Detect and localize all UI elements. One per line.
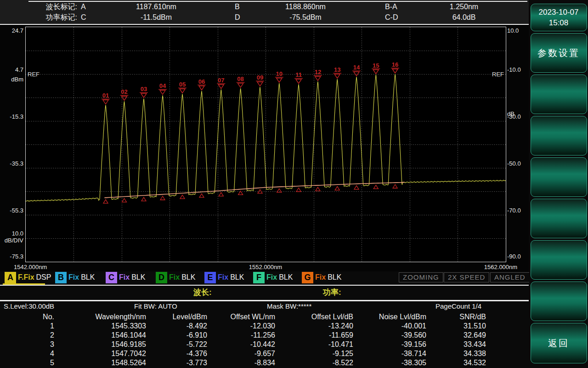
table-cell: -10.471 [275,340,353,349]
table-cell: -9.657 [207,349,275,358]
peak-marker-icon [277,78,282,82]
analysis-info-row: S.Level:30.00dB Fit BW: AUTO Mask BW:***… [0,302,529,310]
column-header: Wavelength/nm [54,312,146,322]
trace-letter-badge: F [253,272,265,283]
table-cell: -11.659 [275,331,353,340]
table-cell: -11.256 [207,331,275,340]
softkey-blank-1[interactable] [531,75,587,114]
noise-marker-icon [219,192,223,196]
mask-bw-value: Mask BW:***** [267,302,311,310]
table-cell: -3.773 [146,358,207,368]
softkey-back[interactable]: 返回 [531,323,587,363]
peak-label: 07 [218,77,224,84]
peak-label: 06 [198,78,205,85]
table-row: 21546.1044-6.910-11.256-11.659-39.56032.… [0,331,529,340]
y-axis-right-tick: -70.0 [507,207,528,214]
noise-marker-icon [354,186,359,190]
marker-c-letter: C [81,12,86,23]
table-cell: -4.376 [146,349,207,358]
table-cell: -5.722 [146,340,207,349]
peak-label: 03 [141,86,147,92]
peak-marker-icon [334,74,340,78]
table-cell: -39.156 [353,340,426,349]
column-header: Level/dBm [146,312,207,322]
legend-trace-c[interactable]: CFixBLK [106,271,145,283]
peak-marker-icon [103,100,108,104]
table-cell: -40.001 [353,322,426,331]
trace-letter-badge: G [302,272,313,283]
top-border-line [28,1,527,2]
trace-mode-label: Fix [169,273,180,282]
legend-trace-f[interactable]: FFixBLK [253,271,293,283]
trace-letter-badge: B [55,272,67,283]
peak-label: 12 [315,69,321,75]
trace-mode-label: Fix [68,273,79,282]
trace-status-label: BLK [181,273,195,282]
softkey-blank-5[interactable] [531,240,587,280]
table-cell: 1 [0,322,54,331]
table-cell: -38.305 [353,358,426,368]
softkey-blank-6[interactable] [531,282,587,321]
table-cell: -6.910 [146,331,207,340]
softkey-blank-4[interactable] [531,199,587,238]
table-cell: 1546.9185 [54,340,146,349]
softkey-datetime[interactable]: 2023-10-07 15:08 [531,4,587,31]
legend-trace-e[interactable]: EFixBLK [204,271,244,283]
table-cell: 32.649 [426,331,486,340]
column-header: SNR/dB [426,312,486,322]
trace-legend-row: AF.FixDSPBFixBLKCFixBLKDFixBLKEFixBLKFFi… [0,271,529,285]
peak-marker-icon [180,89,185,93]
peak-label: 13 [334,66,340,73]
noise-marker-icon [316,187,320,191]
noise-marker-icon [180,195,185,199]
y-axis-right-tick: -10.0 [507,67,528,73]
x-axis-tick-start: 1542.000nm [14,264,47,270]
noise-marker-icon [335,186,339,190]
x-axis-tick-end: 1562.000nm [462,264,540,270]
marker-cd-value: 64.0dB [427,12,501,23]
softkey-blank-2[interactable] [531,116,587,155]
peak-label: 15 [373,62,379,69]
legend-trace-g[interactable]: GFixBLK [302,271,341,283]
softkey-param-settings[interactable]: 参数设置 [531,33,587,73]
mode-badge-2x-speed: 2X SPEED [444,272,489,282]
analysis-labels-row: 波长: 功率: [0,286,529,299]
mode-badge-zooming: ZOOMING [399,272,443,282]
softkey-column: 2023-10-07 15:08参数设置返回 [529,0,588,368]
mode-badge-angled: ANGLED [490,272,530,282]
noise-marker-icon [122,198,127,202]
table-cell: 33.434 [426,340,486,349]
table-cell: 1546.1044 [54,331,146,340]
softkey-blank-3[interactable] [531,157,587,197]
peak-label: 11 [295,71,302,78]
marker-b-letter: B [235,2,240,12]
legend-trace-d[interactable]: DFixBLK [156,271,195,283]
peak-label: 01 [102,92,109,99]
spectrum-plot: REFREF01020304050607080910111213141516 [25,27,506,262]
s-level-value: S.Level:30.00dB [4,302,54,310]
trace-status-label: BLK [230,273,244,282]
noise-marker-icon [160,196,165,200]
peak-marker-icon [141,93,147,98]
table-cell: 5 [0,358,54,368]
table-cell: -8.834 [207,358,275,368]
y-axis-left-tick: -75.3 [0,253,23,260]
table-cell: 34.532 [426,358,486,368]
noise-marker-icon [141,197,146,201]
legend-trace-a[interactable]: AF.FixDSP [5,271,51,283]
legend-separator-line [0,285,529,286]
wavelength-markers-label: 波长标记: [27,2,77,12]
spectrum-svg: REFREF01020304050607080910111213141516 [26,27,506,262]
legend-trace-b[interactable]: BFixBLK [55,271,95,283]
peak-marker-icon [392,69,398,73]
table-cell: -9.125 [275,349,353,358]
table-cell: -10.442 [207,340,275,349]
trace-status-label: BLK [131,273,145,282]
y-axis-left-tick: -15.3 [0,114,23,120]
column-header: No. [0,312,54,322]
peak-marker-icon [122,96,127,100]
y-axis-left-tick: 4.7 [0,67,23,73]
page-count: PageCount 1/4 [435,302,481,310]
table-cell: -13.240 [275,322,353,331]
peak-label: 05 [179,81,186,88]
